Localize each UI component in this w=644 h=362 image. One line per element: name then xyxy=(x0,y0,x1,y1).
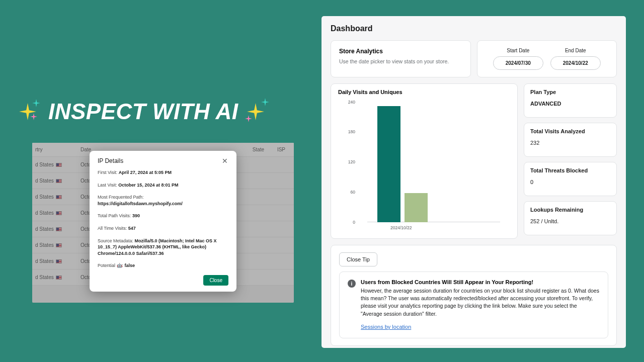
total-visits-card: Total Visits Analyzed 232 xyxy=(524,123,617,157)
daily-visits-chart-card: Daily Visits and Uniques 240 180 120 60 … xyxy=(331,83,518,239)
ip-details-modal: IP Details ✕ First Visit: April 27, 2024… xyxy=(90,151,236,292)
sparkle-icon-right xyxy=(244,98,271,125)
start-date-picker[interactable]: 2024/07/30 xyxy=(493,56,543,70)
bar-uniques xyxy=(405,193,428,222)
page-title: Dashboard xyxy=(331,24,617,33)
bar-chart: 240 180 120 60 0 2024/10/22 xyxy=(338,97,510,235)
dashboard-panel: Dashboard Store Analytics Use the date p… xyxy=(321,16,626,348)
promo-banner: INSPECT WITH AI xyxy=(15,98,307,125)
tip-banner: i Users from Blocked Countries Will Stil… xyxy=(339,272,608,338)
close-tip-button[interactable]: Close Tip xyxy=(339,252,377,266)
bar-visits xyxy=(377,106,400,222)
tip-text: However, the average session duration fo… xyxy=(361,287,600,318)
chart-title: Daily Visits and Uniques xyxy=(338,89,510,95)
x-axis-label: 2024/10/22 xyxy=(367,225,500,230)
promo-title: INSPECT WITH AI xyxy=(48,99,238,124)
end-date-picker[interactable]: 2024/10/22 xyxy=(550,56,601,70)
sparkle-icon-left xyxy=(15,98,42,125)
info-icon: i xyxy=(348,280,356,288)
close-button[interactable]: Close xyxy=(203,275,228,286)
tip-title: Users from Blocked Countries Will Still … xyxy=(361,279,600,285)
date-range-card: Start Date 2024/07/30 End Date 2024/10/2… xyxy=(477,40,617,77)
analytics-subtitle: Use the date picker to view stats on you… xyxy=(339,58,462,65)
end-date-label: End Date xyxy=(565,48,586,53)
sessions-by-location-link[interactable]: Sessions by location xyxy=(361,324,411,330)
analytics-title: Store Analytics xyxy=(339,48,462,55)
modal-title: IP Details xyxy=(98,157,123,164)
close-icon[interactable]: ✕ xyxy=(221,157,228,164)
plan-type-card: Plan Type ADVANCED xyxy=(524,83,617,118)
store-analytics-card: Store Analytics Use the date picker to v… xyxy=(331,40,471,77)
start-date-label: Start Date xyxy=(507,48,529,53)
threats-blocked-card: Total Threats Blocked 0 xyxy=(524,162,617,196)
lookups-remaining-card: Lookups Remaining 252 / Unltd. xyxy=(524,201,617,235)
